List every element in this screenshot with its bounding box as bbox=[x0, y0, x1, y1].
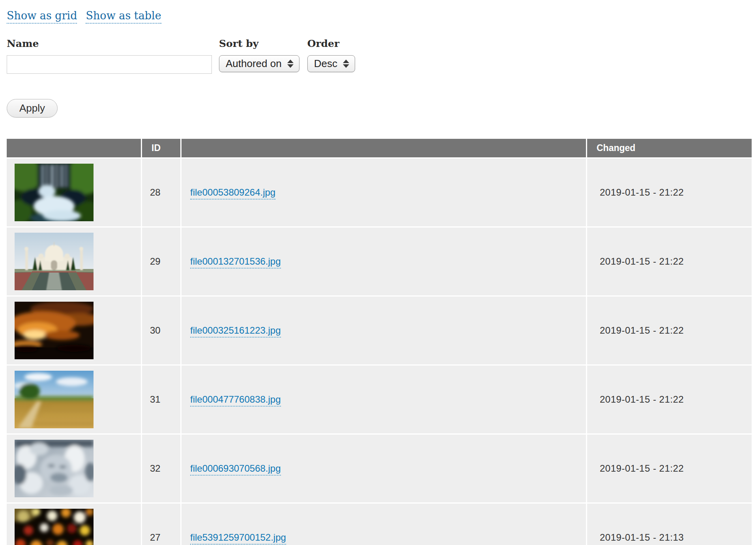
file-link[interactable]: file000132701536.jpg bbox=[190, 256, 281, 269]
order-group: Order Desc bbox=[307, 38, 355, 72]
row-changed-date: 2019-01-15 - 21:22 bbox=[587, 159, 752, 228]
row-changed-date: 2019-01-15 - 21:22 bbox=[587, 366, 752, 435]
select-arrows-icon bbox=[287, 60, 294, 68]
name-label: Name bbox=[7, 38, 212, 49]
name-input[interactable] bbox=[7, 55, 212, 74]
select-arrows-icon bbox=[343, 60, 349, 68]
table-row: 32 file000693070568.jpg 2019-01-15 - 21:… bbox=[7, 435, 752, 504]
id-column-header: ID bbox=[142, 139, 182, 159]
sort-by-select[interactable]: Authored on bbox=[219, 55, 299, 72]
row-id: 30 bbox=[142, 297, 182, 366]
file-link[interactable]: file000693070568.jpg bbox=[190, 463, 281, 476]
order-selected-value: Desc bbox=[314, 58, 337, 70]
row-changed-date: 2019-01-15 - 21:22 bbox=[587, 228, 752, 297]
apply-button[interactable]: Apply bbox=[7, 99, 58, 118]
row-changed-date: 2019-01-15 - 21:22 bbox=[587, 435, 752, 504]
file-link[interactable]: file000477760838.jpg bbox=[190, 394, 281, 407]
show-as-grid-link[interactable]: Show as grid bbox=[7, 9, 77, 24]
file-link[interactable]: file000325161223.jpg bbox=[190, 325, 281, 338]
filter-form: Name Sort by Authored on Order Desc bbox=[7, 38, 756, 74]
order-label: Order bbox=[307, 38, 355, 49]
view-switcher: Show as grid Show as table bbox=[7, 9, 756, 24]
waterfall-thumbnail-image[interactable] bbox=[15, 164, 94, 221]
row-id: 28 bbox=[142, 159, 182, 228]
row-changed-date: 2019-01-15 - 21:13 bbox=[587, 504, 752, 545]
row-id: 31 bbox=[142, 366, 182, 435]
bokeh-lights-thumbnail-image[interactable] bbox=[15, 509, 94, 545]
thumbnail-column-header bbox=[7, 139, 142, 159]
table-header-row: ID Changed bbox=[7, 139, 752, 159]
order-select[interactable]: Desc bbox=[307, 55, 355, 72]
sort-by-label: Sort by bbox=[219, 38, 299, 49]
name-filter-group: Name bbox=[7, 38, 212, 74]
taj-mahal-thumbnail-image[interactable] bbox=[15, 233, 94, 290]
table-row: 28 file00053809264.jpg 2019-01-15 - 21:2… bbox=[7, 159, 752, 228]
row-changed-date: 2019-01-15 - 21:22 bbox=[587, 297, 752, 366]
table-row: 27 file5391259700152.jpg 2019-01-15 - 21… bbox=[7, 504, 752, 545]
row-id: 29 bbox=[142, 228, 182, 297]
name-column-header bbox=[182, 139, 587, 159]
file-link[interactable]: file00053809264.jpg bbox=[190, 187, 275, 200]
table-row: 31 file000477760838.jpg 2019-01-15 - 21:… bbox=[7, 366, 752, 435]
media-library-page: Show as grid Show as table Name Sort by … bbox=[0, 0, 756, 545]
media-table: ID Changed bbox=[7, 139, 752, 545]
sort-by-selected-value: Authored on bbox=[226, 58, 282, 70]
sunset-clouds-thumbnail-image[interactable] bbox=[15, 302, 94, 359]
field-landscape-thumbnail-image[interactable] bbox=[15, 371, 94, 428]
row-id: 32 bbox=[142, 435, 182, 504]
stone-statue-thumbnail-image[interactable] bbox=[15, 440, 94, 497]
table-row: 30 file000325161223.jpg 2019-01-15 - 21:… bbox=[7, 297, 752, 366]
file-link[interactable]: file5391259700152.jpg bbox=[190, 532, 286, 545]
show-as-table-link[interactable]: Show as table bbox=[86, 9, 161, 24]
table-row: 29 file000132701536.jpg 2019-01-15 - 21:… bbox=[7, 228, 752, 297]
sort-by-group: Sort by Authored on bbox=[219, 38, 299, 72]
changed-column-header: Changed bbox=[587, 139, 752, 159]
row-id: 27 bbox=[142, 504, 182, 545]
